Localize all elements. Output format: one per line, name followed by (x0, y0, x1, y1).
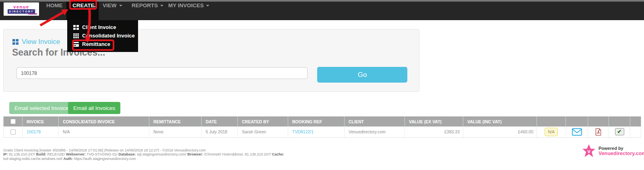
email-selected-invoices-button[interactable]: Email selected Invoices (9, 102, 76, 114)
row-select-cell (4, 126, 23, 137)
nav-item-create[interactable]: CREATE (66, 2, 99, 20)
header-value-inc-vat: VALUE (INC VAT) (463, 116, 537, 126)
nav-item-create-label: CREATE (72, 2, 95, 8)
caret-down-icon (119, 5, 122, 6)
powered-by-block: v Powered by Venuedirectory.com (581, 143, 644, 159)
sent-status-cell: ✔ (609, 126, 630, 137)
powered-by-brand-link[interactable]: Venuedirectory.com (599, 151, 644, 156)
menu-item-consolidated-invoice[interactable]: Consolidated Invoice (67, 31, 138, 40)
booking-ref-link[interactable]: TVD8122/1 (292, 129, 314, 134)
header-sent (609, 116, 630, 126)
select-all-checkbox[interactable] (10, 119, 16, 124)
logo-word-directory: DIRECTORY (8, 9, 35, 14)
menu-item-consolidated-invoice-label: Consolidated Invoice (82, 33, 135, 39)
view-invoice-section-title: View Invoice (12, 38, 60, 46)
header-email (566, 116, 588, 126)
header-consolidated-invoice: CONSOLIDATED INVOICE (59, 116, 149, 126)
spacer-cell (630, 126, 641, 137)
grid-3x3-icon (73, 33, 79, 38)
header-booking-ref: BOOKING REF (288, 116, 345, 126)
venuedirectory-logo[interactable]: venue DIRECTORY .com (4, 2, 39, 16)
header-select-all (4, 116, 23, 126)
remittance-cell: None (149, 126, 202, 137)
table-header-row: INVOICE CONSOLIDATED INVOICE REMITTANCE … (4, 116, 641, 126)
date-cell: 5 July 2018 (202, 126, 238, 137)
nav-item-home[interactable]: HOME (46, 2, 63, 8)
svg-text:v: v (587, 148, 590, 154)
header-value-ex-vat: VALUE (EX VAT) (405, 116, 463, 126)
client-cell: Venuedirectory.com (345, 126, 405, 137)
header-pdf (588, 116, 609, 126)
header-invoice: INVOICE (23, 116, 59, 126)
nav-item-reports[interactable]: REPORTS (132, 2, 163, 8)
invoice-link[interactable]: 100178 (27, 129, 41, 134)
menu-item-client-invoice[interactable]: Client Invoice (67, 23, 138, 31)
sent-check-icon[interactable]: ✔ (615, 128, 624, 135)
email-action-cell (566, 126, 588, 137)
venuedirectory-star-icon: v (581, 143, 597, 159)
view-invoice-title-label: View Invoice (22, 38, 60, 46)
header-date: DATE (202, 116, 238, 126)
value-ex-vat-cell: £383.33 (405, 126, 463, 137)
header-spacer (630, 116, 641, 126)
header-paid-status (537, 116, 566, 126)
table-row: 100178 N/A None 5 July 2018 Sarah Green … (4, 126, 641, 137)
paid-status-cell: N/A (537, 126, 566, 137)
logo-tagline (28, 13, 37, 15)
footer-build-info: Gratis Client Invoicing [master 4f20d95 … (3, 148, 288, 161)
menu-item-remittance[interactable]: Remittance (67, 40, 138, 48)
nav-item-view-label: VIEW (103, 2, 117, 8)
email-envelope-icon[interactable] (572, 128, 582, 136)
menu-item-client-invoice-label: Client Invoice (82, 24, 116, 30)
logo-word-venue: venue (13, 5, 29, 9)
caret-down-icon (93, 6, 96, 8)
value-inc-vat-cell: £460.00 (463, 126, 537, 137)
footer-line2: IP: 81.136.210.247/ Build: RELEASE/ Webs… (3, 152, 288, 161)
caret-down-icon (206, 5, 209, 6)
nav-item-my-invoices-label: MY INVOICES (168, 2, 204, 8)
status-badge: N/A (545, 128, 558, 136)
nav-item-view[interactable]: VIEW (103, 2, 122, 8)
invoice-table: INVOICE CONSOLIDATED INVOICE REMITTANCE … (3, 116, 641, 138)
grid-2x2-icon (12, 39, 19, 45)
invoice-search-input[interactable] (17, 67, 308, 79)
go-button[interactable]: Go (317, 67, 407, 83)
nav-item-reports-label: REPORTS (132, 2, 158, 8)
logo-suffix: .com (32, 9, 37, 11)
page: venue DIRECTORY .com HOME CREATE VIEW RE… (0, 0, 644, 170)
powered-by-label: Powered by (599, 146, 644, 151)
consolidated-invoice-cell: N/A (59, 126, 149, 137)
remittance-card-icon (73, 42, 79, 47)
invoice-cell: 100178 (23, 126, 59, 137)
header-client: CLIENT (345, 116, 405, 126)
pdf-action-cell (588, 126, 609, 137)
footer-line1: Gratis Client Invoicing [master 4f20d95 … (3, 148, 288, 152)
nav-item-home-label: HOME (46, 2, 63, 8)
pdf-file-icon[interactable] (595, 128, 601, 136)
header-remittance: REMITTANCE (149, 116, 202, 126)
grid-2x2-icon (73, 25, 79, 30)
create-dropdown-menu: Client Invoice Consolidated Invoice Remi… (67, 20, 138, 52)
menu-item-remittance-label: Remittance (82, 41, 110, 47)
row-checkbox[interactable] (10, 129, 16, 135)
view-invoice-panel: View Invoice Search for Invoices... Go (3, 29, 419, 92)
booking-ref-cell: TVD8122/1 (288, 126, 345, 137)
email-all-invoices-button[interactable]: Email all Invoices (68, 102, 120, 114)
header-created-by: CREATED BY (238, 116, 288, 126)
nav-item-my-invoices[interactable]: MY INVOICES (168, 2, 209, 8)
caret-down-icon (160, 5, 163, 6)
created-by-cell: Sarah Green (238, 126, 288, 137)
